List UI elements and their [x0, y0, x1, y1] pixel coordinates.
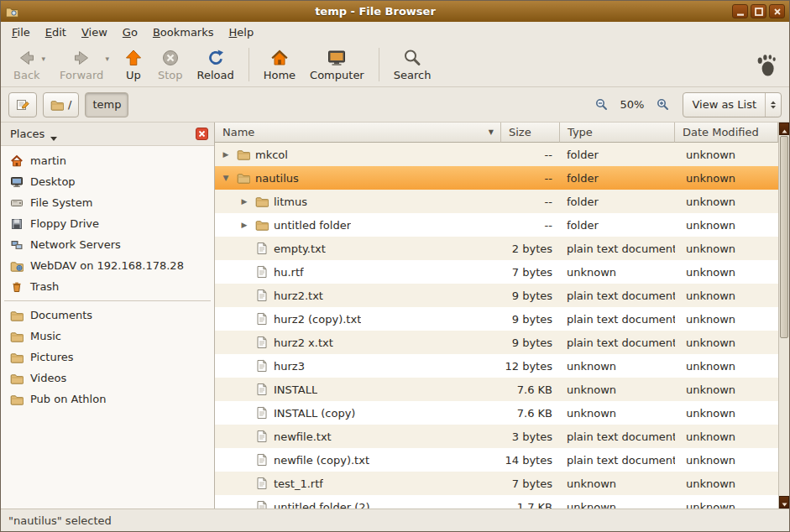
path-current-button[interactable]: temp	[85, 92, 128, 117]
file-date-cell: unknown	[675, 219, 778, 232]
places-header: Places	[1, 123, 214, 146]
sidebar-item-webdav-on-192-168-178-28[interactable]: WebDAV on 192.168.178.28	[1, 255, 214, 276]
file-name-cell: hurz3	[215, 359, 501, 373]
toolbar-button-label: Search	[394, 69, 432, 81]
file-size-cell: 12 bytes	[501, 360, 560, 373]
titlebar[interactable]: temp - File Browser	[1, 1, 789, 22]
expander-collapsed-icon[interactable]: ▶	[220, 150, 232, 159]
sidebar-item-martin[interactable]: martin	[1, 150, 214, 171]
table-row[interactable]: ▼nautilus--folderunknown	[215, 166, 778, 190]
table-row[interactable]: untitled folder (2)1.7 KBunknownunknown	[215, 495, 778, 509]
edit-location-button[interactable]	[8, 92, 37, 117]
sidebar-item-label: Desktop	[30, 175, 76, 188]
places-selector[interactable]: Places	[7, 126, 61, 142]
menu-edit[interactable]: Edit	[38, 24, 74, 40]
table-row[interactable]: ▶mkcol--folderunknown	[215, 143, 778, 166]
folder-small-icon	[10, 351, 24, 364]
zoom-level: 50%	[616, 98, 649, 111]
zoom-out-button[interactable]	[593, 96, 610, 113]
table-row[interactable]: INSTALL7.6 KBunknownunknown	[215, 378, 778, 401]
table-row[interactable]: newfile.txt3 bytesplain text documentunk…	[215, 425, 778, 448]
sidebar-item-file-system[interactable]: File System	[1, 192, 214, 213]
search-button[interactable]: Search	[388, 45, 437, 84]
column-header-name[interactable]: Name▼	[215, 123, 501, 143]
zoom-in-button[interactable]	[654, 96, 672, 113]
table-row[interactable]: hurz2 x.txt9 bytesplain text documentunk…	[215, 331, 778, 354]
file-icon	[255, 289, 269, 302]
sidebar-item-trash[interactable]: Trash	[1, 276, 214, 297]
sidebar-item-pictures[interactable]: Pictures	[1, 347, 214, 368]
file-name-label: hurz2 x.txt	[274, 336, 333, 349]
maximize-button[interactable]	[751, 4, 766, 18]
minimize-button[interactable]	[732, 4, 748, 18]
scrollbar-track[interactable]	[779, 135, 789, 496]
close-button[interactable]	[769, 4, 785, 18]
dropdown-arrow-icon	[50, 132, 58, 138]
table-row[interactable]: ▶litmus--folderunknown	[215, 190, 778, 213]
sidebar-item-desktop[interactable]: Desktop	[1, 171, 214, 192]
trash-icon	[10, 280, 24, 294]
menu-go[interactable]: Go	[115, 24, 145, 40]
view-mode-select[interactable]: View as List	[683, 92, 782, 117]
file-type-cell: unknown	[560, 501, 675, 509]
sidebar-item-videos[interactable]: Videos	[1, 368, 214, 389]
file-date-cell: unknown	[675, 477, 778, 490]
scrollbar-thumb[interactable]	[780, 136, 788, 338]
file-size-cell: --	[501, 149, 560, 161]
chevron-down-icon[interactable]: ▾	[42, 55, 46, 63]
file-size-cell: --	[501, 219, 560, 232]
stop-button[interactable]: Stop	[152, 45, 189, 84]
sidebar-item-pub-on-athlon[interactable]: Pub on Athlon	[1, 389, 214, 409]
column-header-type[interactable]: Type	[560, 123, 675, 143]
table-row[interactable]: empty.txt2 bytesplain text documentunkno…	[215, 237, 778, 260]
sidebar-item-documents[interactable]: Documents	[1, 305, 214, 326]
scroll-up-button[interactable]	[779, 123, 789, 135]
file-size-cell: 7 bytes	[501, 477, 560, 490]
home-button[interactable]: Home	[258, 45, 301, 84]
table-row[interactable]: hu.rtf7 bytesunknownunknown	[215, 260, 778, 284]
expander-collapsed-icon[interactable]: ▶	[238, 221, 250, 229]
sidebar-item-label: Pub on Athlon	[30, 393, 106, 405]
file-date-cell: unknown	[675, 313, 778, 326]
table-row[interactable]: hurz2 (copy).txt9 bytesplain text docume…	[215, 307, 778, 331]
file-name-label: INSTALL (copy)	[274, 407, 355, 420]
close-icon	[772, 6, 783, 18]
menu-file[interactable]: File	[4, 24, 38, 40]
file-name-cell: untitled folder (2)	[215, 500, 501, 509]
sidebar-item-music[interactable]: Music	[1, 326, 214, 347]
table-row[interactable]: ▶untitled folder--folderunknown	[215, 213, 778, 237]
file-date-cell: unknown	[675, 149, 778, 161]
file-name-cell: INSTALL	[215, 383, 501, 396]
zoom-out-icon	[595, 98, 608, 111]
expander-expanded-icon[interactable]: ▼	[220, 174, 232, 182]
file-manager-icon	[5, 5, 18, 18]
table-row[interactable]: hurz2.txt9 bytesplain text documentunkno…	[215, 284, 778, 307]
stop-icon	[160, 48, 180, 68]
table-row[interactable]: test_1.rtf7 bytesunknownunknown	[215, 472, 778, 495]
column-header-size[interactable]: Size	[501, 123, 560, 143]
file-date-cell: unknown	[675, 383, 778, 396]
sidebar-item-floppy-drive[interactable]: Floppy Drive	[1, 213, 214, 234]
menu-help[interactable]: Help	[222, 24, 262, 40]
computer-button[interactable]: Computer	[304, 45, 370, 84]
chevron-down-icon[interactable]: ▾	[105, 55, 109, 63]
back-button[interactable]: Back▾	[8, 45, 51, 84]
scroll-down-button[interactable]	[779, 496, 789, 509]
table-row[interactable]: hurz312 bytesunknownunknown	[215, 354, 778, 378]
file-icon	[255, 430, 269, 443]
table-row[interactable]: newfile (copy).txt14 bytesplain text doc…	[215, 448, 778, 472]
sidebar-close-button[interactable]	[196, 128, 208, 140]
reload-button[interactable]: Reload	[191, 45, 239, 84]
up-button[interactable]: Up	[118, 45, 149, 84]
menu-bookmarks[interactable]: Bookmarks	[145, 24, 222, 40]
column-header-date-modified[interactable]: Date Modified	[675, 123, 778, 143]
sidebar-item-network-servers[interactable]: Network Servers	[1, 234, 214, 255]
path-root-button[interactable]: /	[43, 92, 79, 117]
forward-button[interactable]: Forward▾	[54, 45, 115, 84]
view-mode-stepper[interactable]	[765, 93, 781, 117]
table-row[interactable]: INSTALL (copy)7.6 KBunknownunknown	[215, 401, 778, 425]
expander-collapsed-icon[interactable]: ▶	[238, 197, 250, 206]
toolbar: Back▾Forward▾UpStopReloadHomeComputerSea…	[1, 42, 789, 87]
menu-view[interactable]: View	[74, 24, 115, 40]
vertical-scrollbar[interactable]	[778, 123, 789, 509]
